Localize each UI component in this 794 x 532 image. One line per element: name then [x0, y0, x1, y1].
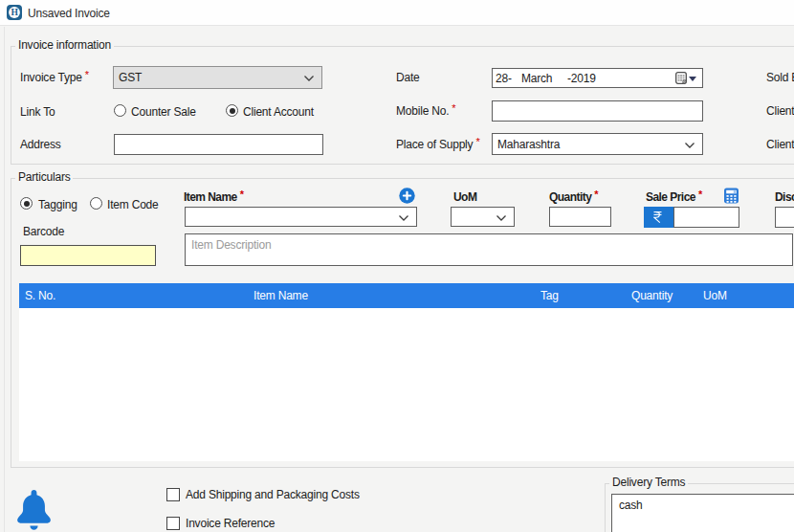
svg-text:H: H [11, 8, 18, 17]
